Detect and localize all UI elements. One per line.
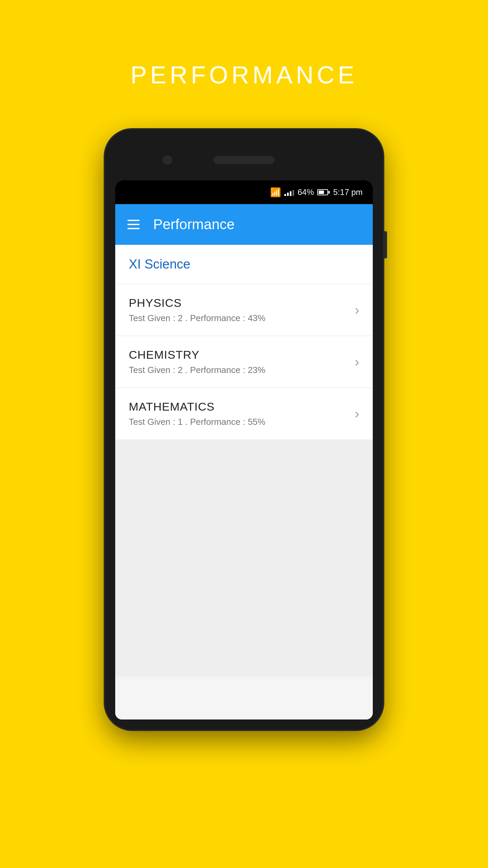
phone-top bbox=[115, 140, 373, 180]
subject-info-mathematics: MATHEMATICS Test Given : 1 . Performance… bbox=[129, 400, 348, 427]
subject-item-mathematics[interactable]: MATHEMATICS Test Given : 1 . Performance… bbox=[115, 388, 373, 439]
hamburger-menu-button[interactable] bbox=[127, 220, 140, 229]
subject-details-physics: Test Given : 2 . Performance : 43% bbox=[129, 313, 348, 323]
page-title: PERFORMANCE bbox=[130, 61, 358, 89]
empty-area bbox=[115, 439, 373, 677]
subject-card: XI Science PHYSICS Test Given : 2 . Perf… bbox=[115, 245, 373, 439]
subject-details-mathematics: Test Given : 1 . Performance : 55% bbox=[129, 417, 348, 427]
phone-frame: 📶 64% 5:17 pm bbox=[105, 130, 383, 730]
phone-camera bbox=[163, 155, 172, 165]
section-title: XI Science bbox=[129, 257, 190, 271]
subject-info-physics: PHYSICS Test Given : 2 . Performance : 4… bbox=[129, 296, 348, 323]
app-bar: Performance bbox=[115, 204, 373, 245]
phone-screen: 📶 64% 5:17 pm bbox=[115, 180, 373, 719]
battery-percent-text: 64% bbox=[298, 188, 314, 197]
subject-item-chemistry[interactable]: CHEMISTRY Test Given : 2 . Performance :… bbox=[115, 336, 373, 388]
content-area: XI Science PHYSICS Test Given : 2 . Perf… bbox=[115, 245, 373, 719]
status-bar: 📶 64% 5:17 pm bbox=[115, 180, 373, 204]
subject-info-chemistry: CHEMISTRY Test Given : 2 . Performance :… bbox=[129, 348, 348, 375]
chevron-right-icon-physics: › bbox=[355, 302, 359, 318]
battery-icon bbox=[317, 189, 330, 195]
wifi-icon: 📶 bbox=[270, 187, 281, 198]
phone-speaker bbox=[214, 156, 274, 164]
signal-bars-icon bbox=[284, 189, 294, 196]
time-text: 5:17 pm bbox=[333, 188, 363, 197]
app-bar-title: Performance bbox=[153, 216, 235, 233]
status-icons: 📶 64% 5:17 pm bbox=[270, 187, 363, 198]
subject-name-mathematics: MATHEMATICS bbox=[129, 400, 348, 413]
card-header: XI Science bbox=[115, 245, 373, 284]
subject-name-physics: PHYSICS bbox=[129, 296, 348, 310]
subject-name-chemistry: CHEMISTRY bbox=[129, 348, 348, 361]
subject-item-physics[interactable]: PHYSICS Test Given : 2 . Performance : 4… bbox=[115, 284, 373, 336]
subject-details-chemistry: Test Given : 2 . Performance : 23% bbox=[129, 365, 348, 375]
chevron-right-icon-chemistry: › bbox=[355, 354, 359, 370]
chevron-right-icon-mathematics: › bbox=[355, 406, 359, 421]
